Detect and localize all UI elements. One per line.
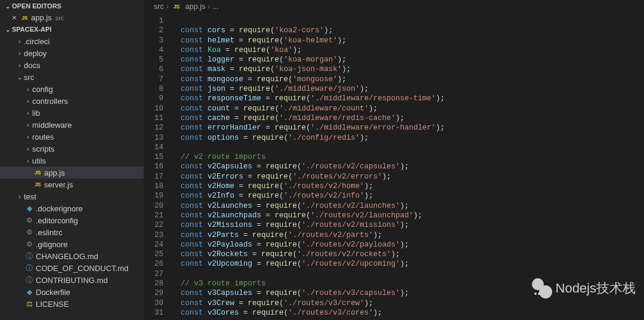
tree-item-label: routes [32, 133, 54, 141]
tree-item-label: src [24, 73, 34, 82]
tree-item-label: .dockerignore [36, 204, 83, 213]
breadcrumb-segment[interactable]: src [154, 2, 164, 11]
code-line: const v2Info = require('./routes/v2/info… [172, 191, 644, 201]
line-number: 2 [144, 26, 163, 35]
code-line: const v2Home = require('./routes/v2/home… [172, 181, 644, 191]
info-icon: ⓘ [24, 275, 35, 285]
tree-item-label: .circleci [24, 37, 49, 46]
code-line: // v2 route imports [172, 152, 644, 162]
code-line: const v2Payloads = require('./routes/v2/… [172, 240, 644, 250]
open-editor-item[interactable]: × JS app.js src [0, 12, 144, 23]
tree-item-label: scripts [32, 144, 55, 153]
js-icon: JS [32, 181, 43, 187]
tree-item-label: lib [32, 109, 40, 118]
folder-item-controllers[interactable]: ›controllers [0, 95, 144, 107]
folder-item-utils[interactable]: ›utils [0, 155, 144, 167]
line-number: 15 [144, 152, 163, 162]
folder-root-label: SPACEX-API [12, 26, 51, 33]
code-line: const v3Cores = require('./routes/v3/cor… [172, 308, 644, 318]
code-editor[interactable]: 1234567891011121314151617181920212223242… [144, 14, 644, 320]
file-tree: ›.circleci›deploy›docs⌄src›config›contro… [0, 35, 144, 310]
line-number: 11 [144, 113, 163, 123]
tree-item-label: test [24, 192, 36, 201]
folder-item-docs[interactable]: ›docs [0, 59, 144, 71]
code-line: const v3Capsules = require('./routes/v3/… [172, 288, 644, 298]
folder-item-config[interactable]: ›config [0, 83, 144, 95]
explorer-sidebar: ⌄ OPEN EDITORS × JS app.js src ⌄ SPACEX-… [0, 0, 144, 320]
code-line: // v3 route imports [172, 279, 644, 288]
folder-item-routes[interactable]: ›routes [0, 131, 144, 143]
code-line: const Koa = require('koa'); [172, 45, 644, 55]
line-number: 5 [144, 55, 163, 64]
code-line: const options = require('./config/redis'… [172, 133, 644, 143]
line-number: 24 [144, 240, 163, 250]
code-line: const v2Launches = require('./routes/v2/… [172, 201, 644, 211]
info-icon: ⓘ [24, 263, 35, 273]
open-editor-dir: src [55, 14, 64, 21]
tree-item-label: app.js [44, 168, 65, 177]
breadcrumb-segment[interactable]: ... [212, 2, 218, 11]
folder-item-lib[interactable]: ›lib [0, 107, 144, 119]
line-number: 20 [144, 201, 163, 211]
line-number: 1 [144, 16, 163, 26]
breadcrumb-segment[interactable]: app.js [185, 2, 205, 11]
file-item-changelog-md[interactable]: ⓘCHANGELOG.md [0, 250, 144, 262]
tree-item-label: CODE_OF_CONDUCT.md [36, 264, 128, 273]
chevron-right-icon: › [24, 146, 32, 152]
folder-item-deploy[interactable]: ›deploy [0, 47, 144, 59]
close-icon[interactable]: × [10, 13, 19, 22]
chevron-right-icon: › [24, 86, 32, 93]
open-editors-header[interactable]: ⌄ OPEN EDITORS [0, 0, 144, 12]
code-line [172, 16, 644, 26]
file-item-dockerfile[interactable]: ◆Dockerfile [0, 286, 144, 298]
file-item--gitignore[interactable]: ⚙.gitignore [0, 238, 144, 250]
folder-root-header[interactable]: ⌄ SPACEX-API [0, 23, 144, 35]
line-number: 31 [144, 308, 163, 318]
tree-item-label: CHANGELOG.md [36, 252, 98, 261]
line-number: 18 [144, 181, 163, 191]
line-number: 25 [144, 250, 163, 259]
chevron-down-icon: ⌄ [4, 3, 12, 10]
chevron-right-icon: › [16, 193, 24, 200]
file-item-server-js[interactable]: JSserver.js [0, 179, 144, 190]
code-line: const json = require('./middleware/json'… [172, 84, 644, 94]
file-item--dockerignore[interactable]: ◆.dockerignore [0, 202, 144, 214]
tree-item-label: Dockerfile [36, 288, 70, 297]
tree-item-label: .eslintrc [36, 228, 63, 237]
tree-item-label: server.js [44, 180, 73, 189]
chevron-right-icon: › [16, 62, 24, 69]
line-number: 7 [144, 75, 163, 84]
code-content[interactable]: const cors = require('koa2-cors'); const… [172, 14, 644, 320]
breadcrumb[interactable]: src › JS app.js › ... [144, 0, 644, 14]
line-number: 13 [144, 133, 163, 143]
folder-item-src[interactable]: ⌄src [0, 71, 144, 83]
line-number: 16 [144, 162, 163, 171]
file-item--editorconfig[interactable]: ⚙.editorconfig [0, 214, 144, 226]
open-editor-filename: app.js [31, 13, 52, 22]
folder-item-scripts[interactable]: ›scripts [0, 143, 144, 155]
code-line: const count = require('./middleware/coun… [172, 104, 644, 113]
file-item-license[interactable]: ⚖LICENSE [0, 298, 144, 310]
code-line: const v2Errors = require('./routes/v2/er… [172, 172, 644, 181]
folder-item-middleware[interactable]: ›middleware [0, 119, 144, 131]
js-icon: JS [171, 4, 182, 10]
code-line: const cors = require('koa2-cors'); [172, 26, 644, 35]
folder-item--circleci[interactable]: ›.circleci [0, 35, 144, 47]
code-line: const mongoose = require('mongoose'); [172, 75, 644, 84]
gear-icon: ⚙ [24, 240, 35, 248]
file-item-contributing-md[interactable]: ⓘCONTRIBUTING.md [0, 274, 144, 286]
code-line: const v2Rockets = require('./routes/v2/r… [172, 250, 644, 259]
file-item-app-js[interactable]: JSapp.js [0, 167, 144, 179]
line-number: 9 [144, 94, 163, 103]
line-number: 10 [144, 104, 163, 113]
file-item--eslintrc[interactable]: ⚙.eslintrc [0, 226, 144, 238]
line-number: 14 [144, 143, 163, 152]
code-line: const cache = require('./middleware/redi… [172, 113, 644, 123]
js-icon: JS [32, 170, 43, 176]
folder-item-test[interactable]: ›test [0, 190, 144, 202]
line-number: 22 [144, 220, 163, 230]
code-line [172, 143, 644, 152]
file-item-code-of-conduct-md[interactable]: ⓘCODE_OF_CONDUCT.md [0, 262, 144, 274]
tree-item-label: LICENSE [36, 300, 69, 309]
chevron-right-icon: › [24, 110, 32, 116]
